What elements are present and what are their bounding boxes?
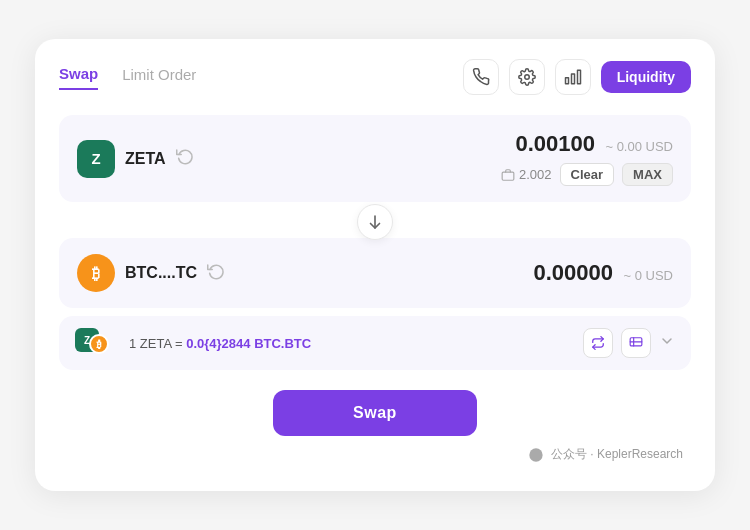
liquidity-button[interactable]: Liquidity: [601, 61, 691, 93]
settings-icon-btn[interactable]: [509, 59, 545, 95]
token-to-box: ₿ BTC....TC 0.00000 ~ 0 USD: [59, 238, 691, 308]
wallet-balance-value: 2.002: [519, 167, 552, 182]
svg-rect-2: [571, 74, 574, 84]
rate-prefix: 1 ZETA =: [129, 336, 186, 351]
tabs: Swap Limit Order: [59, 65, 463, 90]
rate-text: 1 ZETA = 0.0{4}2844 BTC.BTC: [129, 336, 569, 351]
chart-icon-btn[interactable]: [555, 59, 591, 95]
watermark-text: 公众号 · KeplerResearch: [528, 447, 683, 461]
swap-direction-button[interactable]: [357, 204, 393, 240]
watermark: 公众号 · KeplerResearch: [59, 446, 691, 463]
from-balance-row: 2.002 Clear MAX: [219, 163, 673, 186]
to-amount-main: 0.00000: [534, 260, 614, 285]
max-button[interactable]: MAX: [622, 163, 673, 186]
svg-point-0: [524, 75, 529, 80]
clear-button[interactable]: Clear: [560, 163, 615, 186]
tab-swap[interactable]: Swap: [59, 65, 98, 90]
header-icons: Liquidity: [463, 59, 691, 95]
rate-btc-icon: ₿: [89, 334, 109, 354]
svg-rect-4: [502, 172, 514, 180]
rate-swap-icon-btn[interactable]: [583, 328, 613, 358]
token-from-box: Z ZETA 0.00100 ~ 0.00 USD 2.002 C: [59, 115, 691, 202]
token-from-amounts: 0.00100 ~ 0.00 USD 2.002 Clear MAX: [219, 131, 673, 186]
rate-bar: Z ₿ 1 ZETA = 0.0{4}2844 BTC.BTC: [59, 316, 691, 370]
zeta-logo: Z: [77, 140, 115, 178]
to-amount-usd: ~ 0 USD: [624, 268, 674, 283]
token-to-amounts: 0.00000 ~ 0 USD: [237, 260, 673, 286]
svg-rect-3: [565, 78, 568, 84]
token-from-refresh-icon[interactable]: [176, 147, 194, 170]
from-amount-main[interactable]: 0.00100: [515, 131, 595, 156]
swap-button-wrap: Swap: [59, 390, 691, 436]
rate-icons: Z ₿: [75, 328, 115, 358]
rate-highlight: 0.0{4}2844 BTC.BTC: [186, 336, 311, 351]
phone-icon-btn[interactable]: [463, 59, 499, 95]
swap-direction-wrap: [59, 204, 691, 240]
tab-limit-order[interactable]: Limit Order: [122, 66, 196, 89]
rate-chart-icon-btn[interactable]: [621, 328, 651, 358]
main-card: Swap Limit Order Liquidity: [35, 39, 715, 491]
token-from-name: ZETA: [125, 150, 166, 168]
wallet-balance-icon-wrap: 2.002: [501, 167, 552, 182]
token-to-name: BTC....TC: [125, 264, 197, 282]
header: Swap Limit Order Liquidity: [59, 59, 691, 95]
rate-actions: [583, 328, 675, 358]
token-to-refresh-icon[interactable]: [207, 262, 225, 285]
token-from-info: Z ZETA: [77, 140, 207, 178]
rate-chevron-icon[interactable]: [659, 333, 675, 353]
svg-point-9: [529, 448, 542, 461]
svg-rect-1: [577, 70, 580, 84]
swap-main-button[interactable]: Swap: [273, 390, 477, 436]
btc-logo: ₿: [77, 254, 115, 292]
token-to-info: ₿ BTC....TC: [77, 254, 225, 292]
from-amount-usd: ~ 0.00 USD: [605, 139, 673, 154]
